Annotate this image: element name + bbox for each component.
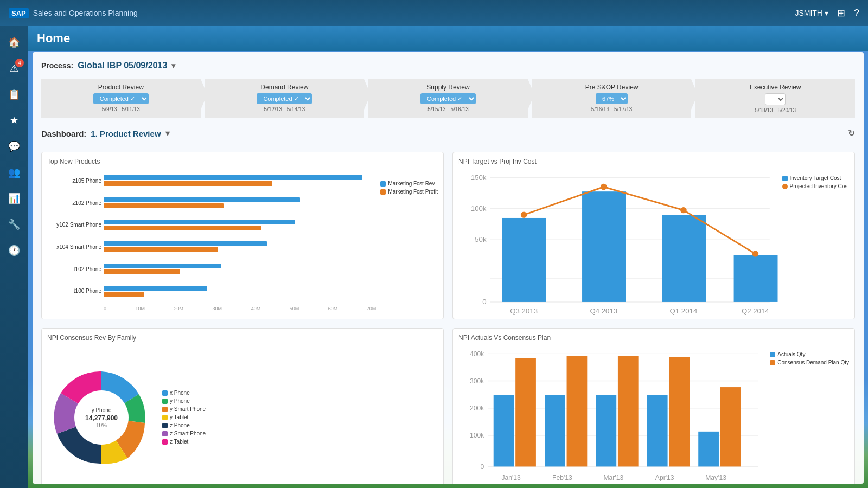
svg-point-14: [601, 184, 607, 190]
topbar-right: JSMITH ▾ ⊞ ?: [795, 7, 859, 19]
help-icon[interactable]: ?: [854, 8, 859, 19]
sidebar-item-people[interactable]: 👥: [2, 160, 26, 184]
legend-label-actuals-qty: Actuals Qty: [777, 351, 805, 357]
step-label-executive-review: Executive Review: [702, 84, 848, 91]
npi-target-inner: 150k 100k 50k 0: [458, 170, 849, 319]
process-dropdown-icon[interactable]: ▾: [171, 61, 175, 70]
step-demand-review: Demand Review Completed ✓ 5/12/13 - 5/14…: [205, 79, 365, 118]
refresh-icon[interactable]: ↻: [848, 129, 855, 138]
step-status-executive-review[interactable]: [765, 93, 786, 105]
bar-blue-x104: [104, 241, 267, 246]
svg-rect-38: [567, 356, 588, 467]
svg-text:100k: 100k: [471, 204, 487, 213]
alerts-badge: 4: [15, 59, 24, 67]
sidebar-item-home[interactable]: 🏠: [2, 30, 26, 54]
sidebar-item-messages[interactable]: 💬: [2, 134, 26, 158]
actuals-svg: 400k 300k 200k 100k 0: [458, 346, 765, 484]
bar-blue-z105: [104, 175, 362, 180]
legend-item-yphone: y Phone: [162, 398, 206, 404]
chart-actuals: NPI Actuals Vs Consensus Plan 400k: [452, 328, 855, 484]
svg-text:Q3 2013: Q3 2013: [510, 307, 538, 316]
svg-rect-43: [698, 432, 719, 467]
user-chevron-icon[interactable]: ▾: [825, 9, 828, 17]
legend-top-products: Marketing Fcst Rev Marketing Fcst Profit: [380, 170, 438, 314]
sidebar-item-alerts[interactable]: ⚠ 4: [2, 56, 26, 80]
actuals-inner: 400k 300k 200k 100k 0: [458, 346, 849, 484]
chart-top-products: Top New Products z105 Phone z102 Pho: [41, 152, 444, 319]
svg-rect-10: [582, 191, 626, 302]
app-title: Sales and Operations Planning: [33, 9, 138, 17]
bar-label-x104: x104 Smart Phone: [47, 244, 101, 250]
step-label-supply-review: Supply Review: [375, 84, 521, 91]
bar-blue-z102: [104, 197, 300, 202]
svg-text:Q4 2013: Q4 2013: [590, 307, 617, 316]
sidebar-item-reports[interactable]: 📊: [2, 187, 26, 210]
chart-pie: NPI Consensus Rev By Family: [41, 328, 444, 484]
legend-dot-ztablet: [162, 439, 168, 445]
legend-label-fcst-profit: Marketing Fcst Profit: [388, 189, 438, 195]
dashboard-dropdown-icon[interactable]: ▾: [165, 129, 170, 138]
svg-text:y Phone: y Phone: [92, 407, 112, 413]
bar-label-z105: z105 Phone: [47, 178, 101, 184]
step-label-pre-sop: Pre S&OP Review: [539, 84, 685, 91]
svg-point-13: [521, 211, 527, 217]
npi-target-legend: Inventory Target Cost Projected Inventor…: [782, 170, 850, 319]
grid-icon[interactable]: ⊞: [837, 7, 845, 19]
legend-label-ysmartphone: y Smart Phone: [170, 406, 206, 412]
dashboard-header: Dashboard: 1. Product Review ▾ ↻: [41, 129, 855, 143]
x-axis-products: 010M20M30M40M50M60M70M: [104, 306, 376, 311]
bar-blue-t100: [104, 286, 207, 291]
step-product-review: Product Review Completed ✓ 5/9/13 - 5/11…: [41, 79, 201, 118]
svg-text:100k: 100k: [470, 432, 484, 439]
bar-row-y102: y102 Smart Phone: [47, 217, 376, 233]
step-executive-review: Executive Review 5/18/13 - 5/20/13: [695, 79, 855, 118]
chart-actuals-title: NPI Actuals Vs Consensus Plan: [458, 334, 849, 342]
step-pre-sop: Pre S&OP Review 67% 5/16/13 - 5/17/13: [532, 79, 692, 118]
sidebar-item-tasks[interactable]: 📋: [2, 82, 26, 106]
user-menu[interactable]: JSMITH ▾: [795, 9, 828, 17]
legend-dot-ytablet: [162, 415, 168, 420]
bar-label-z102: z102 Phone: [47, 200, 101, 206]
legend-label-zsmartphone: z Smart Phone: [170, 431, 206, 436]
svg-text:400k: 400k: [470, 350, 484, 357]
legend-dot-yphone: [162, 399, 168, 404]
sidebar-item-favorites[interactable]: ★: [2, 108, 26, 132]
legend-item-consensus-plan: Consensus Demand Plan Qty: [770, 359, 849, 365]
sap-logo: SAP: [9, 8, 29, 18]
step-status-product-review[interactable]: Completed ✓: [93, 93, 149, 104]
step-status-pre-sop[interactable]: 67%: [596, 93, 628, 104]
sidebar: 🏠 ⚠ 4 📋 ★ 💬 👥 📊 🔧 🕐: [0, 26, 28, 488]
sidebar-item-settings[interactable]: 🔧: [2, 213, 26, 236]
bar-orange-y102: [104, 226, 261, 230]
bar-blue-y102: [104, 220, 295, 224]
step-label-product-review: Product Review: [48, 84, 194, 91]
sidebar-item-history[interactable]: 🕐: [2, 239, 26, 262]
chart-top-products-title: Top New Products: [47, 158, 438, 165]
legend-dot-zphone: [162, 423, 168, 428]
legend-item-xphone: x Phone: [162, 390, 206, 396]
legend-label-zphone: z Phone: [170, 422, 190, 428]
legend-dot-xphone: [162, 390, 168, 396]
process-name: Global IBP 05/09/2013: [78, 61, 167, 70]
legend-item-proj-inv: Projected Inventory Cost: [782, 183, 850, 189]
svg-text:Q1 2014: Q1 2014: [670, 307, 698, 316]
legend-dot-zsmartphone: [162, 431, 168, 436]
legend-item-zsmartphone: z Smart Phone: [162, 431, 206, 436]
pie-legend: x Phone y Phone y Smart Phone y Tab: [162, 390, 206, 445]
chart-npi-target: NPI Target vs Proj Inv Cost 150k 1: [452, 152, 855, 319]
step-status-supply-review[interactable]: Completed ✓: [420, 93, 476, 104]
pie-svg: y Phone 14,277,900 10%: [47, 363, 156, 472]
chart-npi-target-title: NPI Target vs Proj Inv Cost: [458, 158, 849, 165]
bar-row-z105: z105 Phone: [47, 173, 376, 188]
page-title: Home: [37, 31, 70, 45]
step-status-demand-review[interactable]: Completed ✓: [257, 93, 312, 104]
legend-item-inv-target: Inventory Target Cost: [782, 175, 850, 181]
actuals-legend: Actuals Qty Consensus Demand Plan Qty: [770, 346, 849, 484]
legend-label-ytablet: y Tablet: [170, 414, 188, 420]
main-content: Process: Global IBP 05/09/2013 ▾ Product…: [28, 48, 868, 488]
legend-dot-ysmartphone: [162, 407, 168, 412]
chart-pie-title: NPI Consensus Rev By Family: [47, 334, 438, 342]
bar-orange-z105: [104, 181, 272, 186]
svg-rect-35: [494, 395, 514, 466]
bar-label-t100: t100 Phone: [47, 288, 101, 294]
